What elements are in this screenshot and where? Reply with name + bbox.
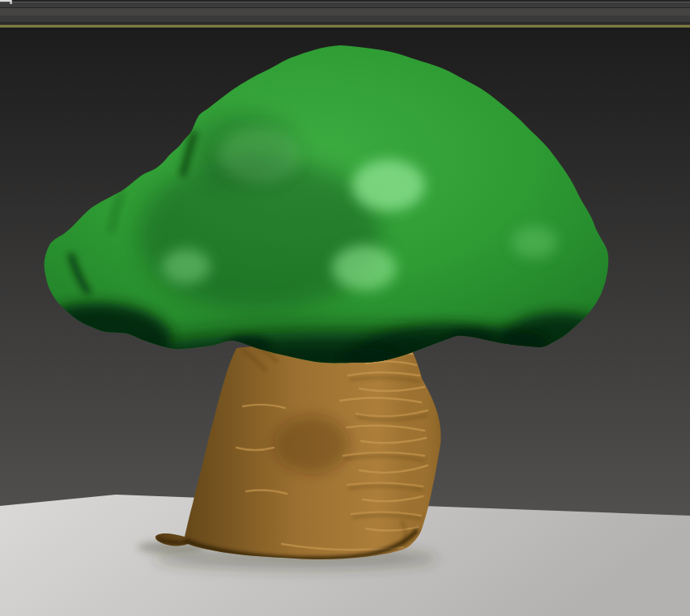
trunk-knot — [275, 415, 349, 474]
window-corner-fragment-tab — [10, 0, 12, 4]
top-toolbar — [0, 0, 690, 28]
app-window — [0, 0, 690, 616]
toolbar-face-lower — [0, 15, 690, 22]
viewport-canvas[interactable] — [0, 28, 690, 616]
viewport-3d[interactable] — [0, 28, 690, 616]
toolbar-face — [0, 8, 690, 15]
